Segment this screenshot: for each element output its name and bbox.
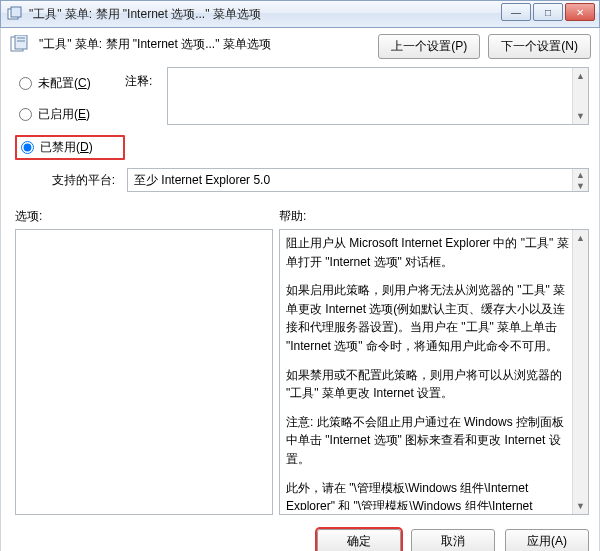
previous-setting-label: 上一个设置(P) bbox=[391, 39, 467, 53]
titlebar: "工具" 菜单: 禁用 "Internet 选项..." 菜单选项 — □ ✕ bbox=[0, 0, 600, 28]
scroll-down-icon[interactable]: ▼ bbox=[573, 108, 588, 124]
radio-enabled[interactable]: 已启用(E) bbox=[15, 104, 125, 125]
radio-not-configured-label: 未配置(C) bbox=[38, 75, 91, 92]
scroll-up-icon[interactable]: ▲ bbox=[573, 68, 588, 84]
cancel-label: 取消 bbox=[441, 534, 465, 548]
help-p2: 如果启用此策略，则用户将无法从浏览器的 "工具" 菜单更改 Internet 选… bbox=[286, 281, 570, 355]
window-controls: — □ ✕ bbox=[501, 3, 595, 21]
radio-disabled-input[interactable] bbox=[21, 141, 34, 154]
help-p4: 注意: 此策略不会阻止用户通过在 Windows 控制面板中单击 "Intern… bbox=[286, 413, 570, 469]
header-title: "工具" 菜单: 禁用 "Internet 选项..." 菜单选项 bbox=[39, 34, 271, 53]
header: "工具" 菜单: 禁用 "Internet 选项..." 菜单选项 上一个设置(… bbox=[0, 28, 600, 63]
supported-on-field: 至少 Internet Explorer 5.0 ▲ ▼ bbox=[127, 168, 589, 192]
comment-textarea[interactable]: ▲ ▼ bbox=[167, 67, 589, 125]
panels: 阻止用户从 Microsoft Internet Explorer 中的 "工具… bbox=[0, 229, 600, 523]
config-section: 未配置(C) 已启用(E) 已禁用(D) 注释: ▲ ▼ 支持的平台: bbox=[0, 63, 600, 198]
scroll-up-icon[interactable]: ▲ bbox=[573, 230, 588, 246]
ok-label: 确定 bbox=[347, 534, 371, 548]
scroll-down-icon[interactable]: ▼ bbox=[573, 498, 588, 514]
options-label: 选项: bbox=[15, 208, 279, 225]
window-title: "工具" 菜单: 禁用 "Internet 选项..." 菜单选项 bbox=[29, 6, 261, 23]
radio-not-configured[interactable]: 未配置(C) bbox=[15, 73, 125, 94]
next-setting-button[interactable]: 下一个设置(N) bbox=[488, 34, 591, 59]
close-button[interactable]: ✕ bbox=[565, 3, 595, 21]
help-text: 阻止用户从 Microsoft Internet Explorer 中的 "工具… bbox=[286, 234, 570, 510]
supported-on-label: 支持的平台: bbox=[15, 172, 121, 189]
comment-label: 注释: bbox=[125, 67, 161, 125]
policy-icon bbox=[7, 6, 23, 22]
svg-rect-1 bbox=[11, 7, 21, 17]
apply-button[interactable]: 应用(A) bbox=[505, 529, 589, 551]
help-p3: 如果禁用或不配置此策略，则用户将可以从浏览器的 "工具" 菜单更改 Intern… bbox=[286, 366, 570, 403]
supported-on-scrollbar[interactable]: ▲ ▼ bbox=[572, 169, 588, 191]
radio-disabled-label: 已禁用(D) bbox=[40, 139, 93, 156]
dialog-footer: 确定 取消 应用(A) bbox=[0, 523, 600, 551]
maximize-button[interactable]: □ bbox=[533, 3, 563, 21]
comment-scrollbar[interactable]: ▲ ▼ bbox=[572, 68, 588, 124]
help-scrollbar[interactable]: ▲ ▼ bbox=[572, 230, 588, 514]
radio-enabled-label: 已启用(E) bbox=[38, 106, 90, 123]
radio-disabled[interactable]: 已禁用(D) bbox=[15, 135, 125, 160]
options-panel bbox=[15, 229, 273, 515]
split-labels: 选项: 帮助: bbox=[0, 198, 600, 229]
help-p5: 此外，请在 "\管理模板\Windows 组件\Internet Explore… bbox=[286, 479, 570, 510]
cancel-button[interactable]: 取消 bbox=[411, 529, 495, 551]
minimize-button[interactable]: — bbox=[501, 3, 531, 21]
svg-rect-3 bbox=[15, 35, 27, 49]
scroll-up-icon[interactable]: ▲ bbox=[573, 169, 588, 180]
help-label: 帮助: bbox=[279, 208, 306, 225]
help-p1: 阻止用户从 Microsoft Internet Explorer 中的 "工具… bbox=[286, 234, 570, 271]
radio-not-configured-input[interactable] bbox=[19, 77, 32, 90]
apply-label: 应用(A) bbox=[527, 534, 567, 548]
help-panel: 阻止用户从 Microsoft Internet Explorer 中的 "工具… bbox=[279, 229, 589, 515]
next-setting-label: 下一个设置(N) bbox=[501, 39, 578, 53]
ok-button[interactable]: 确定 bbox=[317, 529, 401, 551]
policy-header-icon bbox=[9, 35, 31, 53]
policy-state-radios: 未配置(C) 已启用(E) 已禁用(D) bbox=[15, 67, 125, 160]
radio-enabled-input[interactable] bbox=[19, 108, 32, 121]
supported-on-value: 至少 Internet Explorer 5.0 bbox=[134, 172, 270, 189]
scroll-down-icon[interactable]: ▼ bbox=[573, 180, 588, 191]
nav-buttons: 上一个设置(P) 下一个设置(N) bbox=[378, 34, 591, 59]
previous-setting-button[interactable]: 上一个设置(P) bbox=[378, 34, 480, 59]
